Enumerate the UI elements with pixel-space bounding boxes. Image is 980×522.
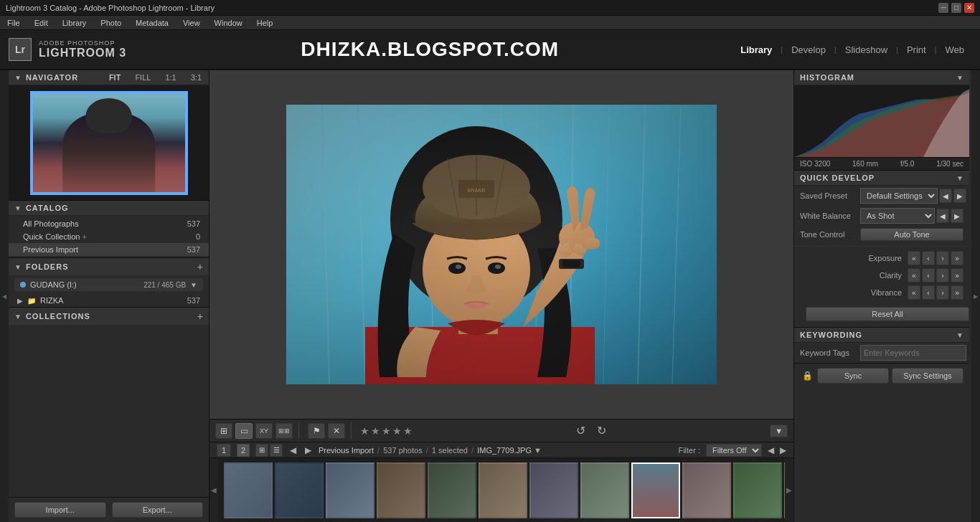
- loupe-view-button[interactable]: ▭: [235, 423, 253, 439]
- rotate-right-button[interactable]: ↻: [594, 424, 609, 437]
- filmstrip-right-arrow[interactable]: ▶: [785, 458, 793, 522]
- list-toggle[interactable]: ☰: [270, 444, 283, 457]
- survey-view-button[interactable]: ⊞⊞: [275, 423, 293, 439]
- navigator-header[interactable]: ▼ Navigator FIT FILL 1:1 3:1: [9, 70, 209, 85]
- filmstrip-thumb-2[interactable]: [275, 462, 324, 518]
- maximize-button[interactable]: □: [951, 3, 961, 13]
- star-4[interactable]: ★: [392, 425, 402, 437]
- vibrance-inc-large[interactable]: »: [951, 285, 963, 300]
- catalog-item-previous-import[interactable]: Previous Import 537: [9, 243, 209, 256]
- folders-header[interactable]: ▼ Folders +: [9, 258, 209, 275]
- exposure-inc[interactable]: ›: [936, 251, 949, 265]
- breadcrumb-dropdown[interactable]: ▼: [534, 446, 542, 455]
- reject-button[interactable]: ✕: [328, 423, 345, 439]
- keyword-tags-input[interactable]: [860, 345, 966, 361]
- filmstrip-thumb-1[interactable]: [224, 462, 273, 518]
- menu-edit[interactable]: Edit: [32, 17, 51, 29]
- saved-preset-prev[interactable]: ◀: [939, 189, 952, 203]
- rotate-left-button[interactable]: ↺: [573, 424, 588, 437]
- quick-develop-header[interactable]: Quick Develop ▼: [794, 171, 969, 186]
- filter-prev[interactable]: ◀: [768, 445, 774, 455]
- catalog-header[interactable]: ▼ Catalog: [9, 201, 209, 216]
- left-panel-toggle[interactable]: ◀: [0, 70, 9, 522]
- grid-toggle[interactable]: ⊞: [255, 444, 268, 457]
- breadcrumb-filename[interactable]: IMG_7709.JPG: [477, 446, 532, 455]
- star-1[interactable]: ★: [360, 425, 369, 437]
- filmstrip-thumb-6[interactable]: [479, 462, 527, 518]
- right-panel-toggle[interactable]: ▶: [971, 70, 980, 522]
- wb-prev[interactable]: ◀: [936, 209, 949, 223]
- collections-header[interactable]: ▼ Collections +: [9, 308, 209, 325]
- menu-help[interactable]: Help: [254, 17, 276, 29]
- filmstrip-thumb-10[interactable]: [682, 462, 731, 518]
- grid-view-button[interactable]: ⊞: [215, 423, 232, 439]
- clarity-inc[interactable]: ›: [936, 268, 949, 283]
- keywording-header[interactable]: Keywording ▼: [794, 328, 969, 343]
- filter-select[interactable]: Filters Off: [706, 444, 762, 457]
- compare-view-button[interactable]: XY: [255, 423, 273, 439]
- saved-preset-next[interactable]: ▶: [953, 189, 966, 203]
- tab-slideshow[interactable]: Slideshow: [838, 42, 895, 58]
- tab-print[interactable]: Print: [900, 42, 933, 58]
- star-5[interactable]: ★: [403, 425, 413, 437]
- nav-thumbnail[interactable]: [30, 91, 188, 195]
- auto-tone-button[interactable]: Auto Tone: [860, 228, 963, 241]
- tab-develop[interactable]: Develop: [784, 42, 833, 58]
- vibrance-inc[interactable]: ›: [936, 285, 949, 300]
- import-button[interactable]: Import...: [14, 502, 106, 518]
- zoom-fit[interactable]: FIT: [108, 73, 123, 82]
- filmstrip-dropdown[interactable]: ▼: [770, 424, 788, 437]
- filmstrip-thumb-9-selected[interactable]: [631, 462, 680, 518]
- menu-file[interactable]: File: [4, 17, 23, 29]
- white-balance-select[interactable]: As Shot Auto Daylight Cloudy Shade Tungs…: [860, 208, 935, 224]
- reset-all-button[interactable]: Reset All: [806, 307, 969, 321]
- zoom-fill[interactable]: FILL: [133, 73, 152, 82]
- menu-view[interactable]: View: [180, 17, 203, 29]
- filmstrip-thumb-7[interactable]: [529, 462, 578, 518]
- page-1-button[interactable]: 1: [217, 444, 231, 457]
- zoom-1-1[interactable]: 1:1: [164, 73, 177, 82]
- vibrance-dec-large[interactable]: «: [908, 285, 920, 300]
- close-button[interactable]: ✕: [964, 3, 974, 13]
- catalog-item-quick-collection[interactable]: Quick Collection + 0: [9, 230, 209, 243]
- catalog-item-all-photos[interactable]: All Photographs 537: [9, 217, 209, 230]
- star-2[interactable]: ★: [371, 425, 380, 437]
- export-button[interactable]: Export...: [112, 502, 204, 518]
- sync-lock-button[interactable]: 🔒: [800, 368, 814, 384]
- filmstrip-thumb-11[interactable]: [733, 462, 782, 518]
- page-2-button[interactable]: 2: [237, 444, 250, 457]
- filmstrip-thumb-8[interactable]: [580, 462, 629, 518]
- menu-metadata[interactable]: Metadata: [133, 17, 171, 29]
- clarity-dec[interactable]: ‹: [922, 268, 935, 283]
- star-3[interactable]: ★: [382, 425, 391, 437]
- prev-photo-button[interactable]: ◀: [288, 445, 298, 455]
- exposure-dec[interactable]: ‹: [922, 251, 935, 265]
- saved-preset-select[interactable]: Default Settings: [860, 188, 938, 204]
- minimize-button[interactable]: ─: [938, 3, 948, 13]
- menu-photo[interactable]: Photo: [98, 17, 124, 29]
- vibrance-dec[interactable]: ‹: [922, 285, 935, 300]
- histogram-header[interactable]: Histogram ▼: [794, 70, 969, 85]
- folders-add-button[interactable]: +: [197, 261, 203, 272]
- zoom-3-1[interactable]: 3:1: [189, 73, 203, 82]
- folder-item-rizka[interactable]: ▶ 📁 RIZKA 537: [9, 294, 209, 307]
- sync-settings-button[interactable]: Sync Settings: [892, 368, 963, 384]
- clarity-dec-large[interactable]: «: [908, 268, 920, 283]
- main-photo-view[interactable]: BRAND: [209, 70, 793, 419]
- menu-library[interactable]: Library: [60, 17, 90, 29]
- clarity-inc-large[interactable]: »: [951, 268, 963, 283]
- wb-next[interactable]: ▶: [951, 209, 963, 223]
- tab-library[interactable]: Library: [733, 42, 779, 58]
- filmstrip-thumb-3[interactable]: [326, 462, 374, 518]
- next-photo-button[interactable]: ▶: [303, 445, 313, 455]
- breadcrumb-previous-import[interactable]: Previous Import: [319, 446, 374, 455]
- collections-add-button[interactable]: +: [197, 310, 203, 322]
- filmstrip-thumb-4[interactable]: [377, 462, 425, 518]
- hdd-item-gudang[interactable]: GUDANG (I:) 221 / 465 GB ▼: [14, 278, 203, 291]
- filter-next[interactable]: ▶: [780, 445, 786, 455]
- exposure-dec-large[interactable]: «: [908, 251, 920, 265]
- tab-web[interactable]: Web: [938, 42, 972, 58]
- sync-button[interactable]: Sync: [817, 368, 889, 384]
- filmstrip-left-arrow[interactable]: ◀: [209, 458, 218, 522]
- filmstrip-thumb-5[interactable]: [428, 462, 476, 518]
